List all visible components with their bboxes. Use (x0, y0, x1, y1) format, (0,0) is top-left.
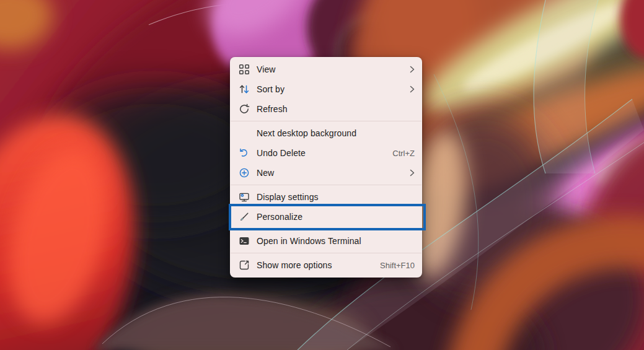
no-icon (238, 128, 250, 139)
menu-separator (231, 185, 421, 185)
menu-item-label: Sort by (257, 84, 408, 94)
new-plus-icon (238, 167, 250, 179)
menu-item-view[interactable]: View (230, 59, 422, 79)
personalize-brush-icon (238, 211, 250, 223)
desktop-context-menu: View Sort by (230, 57, 422, 278)
undo-icon (238, 147, 250, 159)
menu-item-display-settings[interactable]: Display settings (230, 187, 422, 207)
menu-separator (231, 229, 421, 229)
menu-item-label: Undo Delete (257, 148, 385, 158)
menu-item-label: Display settings (257, 192, 415, 202)
menu-separator (231, 121, 421, 121)
terminal-icon (238, 235, 250, 247)
menu-item-label: View (257, 64, 408, 74)
menu-item-label: Next desktop background (257, 128, 415, 138)
menu-item-label: Refresh (257, 104, 415, 114)
refresh-icon (238, 103, 250, 115)
sort-icon (238, 84, 250, 95)
menu-item-shortcut: Ctrl+Z (392, 149, 415, 158)
menu-item-next-desktop-background[interactable]: Next desktop background (230, 123, 422, 143)
desktop: View Sort by (0, 0, 644, 350)
menu-item-label: Open in Windows Terminal (257, 236, 415, 246)
chevron-right-icon (408, 169, 415, 177)
menu-item-label: Personalize (257, 212, 415, 222)
menu-separator (231, 253, 421, 253)
menu-item-sort-by[interactable]: Sort by (230, 79, 422, 99)
display-settings-icon (238, 191, 250, 203)
menu-item-personalize[interactable]: Personalize (230, 207, 422, 227)
menu-item-shortcut: Shift+F10 (380, 261, 415, 270)
view-grid-icon (238, 64, 250, 76)
menu-item-refresh[interactable]: Refresh (230, 99, 422, 119)
menu-item-undo-delete[interactable]: Undo Delete Ctrl+Z (230, 143, 422, 163)
menu-item-open-in-windows-terminal[interactable]: Open in Windows Terminal (230, 231, 422, 251)
menu-item-show-more-options[interactable]: Show more options Shift+F10 (230, 255, 422, 275)
menu-item-new[interactable]: New (230, 163, 422, 183)
chevron-right-icon (408, 66, 415, 73)
menu-item-label: Show more options (257, 260, 373, 270)
show-more-icon (238, 260, 250, 271)
chevron-right-icon (408, 85, 415, 93)
menu-item-label: New (257, 168, 408, 178)
